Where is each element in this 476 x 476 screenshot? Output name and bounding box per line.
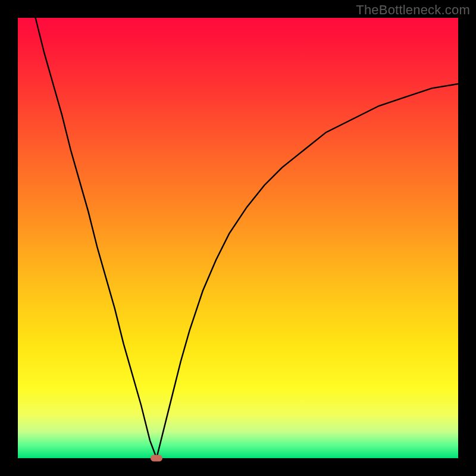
plot-area [18,18,458,458]
attribution-label: TheBottleneck.com [356,2,470,18]
bottleneck-curve [18,18,458,458]
chart-frame: TheBottleneck.com [0,0,476,476]
minimum-marker [151,455,162,462]
